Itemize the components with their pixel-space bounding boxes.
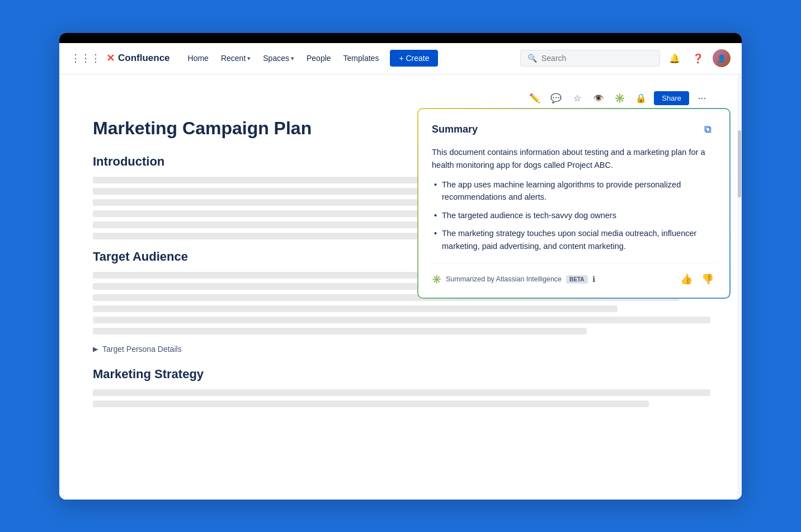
content-line (93, 401, 649, 407)
watch-icon[interactable]: 👁️ (590, 90, 607, 107)
search-input[interactable] (541, 54, 653, 63)
thumbs-up-button[interactable]: 👍 (678, 272, 695, 286)
nav-spaces[interactable]: Spaces ▾ (258, 50, 299, 66)
content-line (93, 389, 710, 396)
chevron-down-icon: ▾ (247, 55, 251, 62)
notifications-button[interactable]: 🔔 (666, 49, 684, 67)
top-bar (59, 33, 742, 43)
doc-toolbar: ✏️ 💬 ☆ 👁️ ✳️ 🔒 Share ··· (93, 90, 710, 107)
summary-footer-left: ✳️ Summarized by Atlassian Intelligence … (432, 275, 595, 284)
star-icon[interactable]: ☆ (569, 90, 586, 107)
grid-icon[interactable]: ⋮⋮⋮ (70, 52, 101, 64)
expand-row[interactable]: ▶ Target Persona Details (93, 345, 710, 354)
avatar[interactable]: 👤 (713, 49, 731, 67)
marketing-strategy-heading: Marketing Strategy (93, 367, 710, 382)
summary-popup-inner: Summary ⧉ This document contains informa… (418, 109, 729, 298)
scrollbar[interactable] (737, 74, 742, 500)
search-icon: 🔍 (527, 54, 537, 63)
edit-icon[interactable]: ✏️ (526, 90, 543, 107)
content-line (93, 305, 618, 312)
expand-chevron-icon: ▶ (93, 345, 98, 353)
comment-icon[interactable]: 💬 (548, 90, 564, 107)
chevron-down-icon: ▾ (291, 55, 294, 62)
summary-list: The app uses machine learning algorithms… (432, 178, 716, 252)
marketing-strategy-content (93, 389, 710, 407)
summary-footer-right: 👍 👎 (678, 272, 716, 286)
content-area: ✏️ 💬 ☆ 👁️ ✳️ 🔒 Share ··· Marketing Campa… (59, 74, 742, 500)
thumbs-down-button[interactable]: 👎 (699, 272, 716, 286)
content-line (93, 317, 710, 323)
nav-logo[interactable]: ✕ Confluence (106, 52, 170, 64)
summary-bullet-1: The app uses machine learning algorithms… (432, 178, 716, 204)
summary-body: This document contains information about… (432, 146, 716, 172)
create-button[interactable]: + Create (390, 50, 438, 67)
nav-people[interactable]: People (302, 50, 336, 66)
info-icon[interactable]: ℹ (592, 275, 595, 284)
summary-bullet-2: The targeted audience is tech-savvy dog … (432, 209, 716, 222)
confluence-x-icon: ✕ (106, 52, 115, 64)
browser-window: ⋮⋮⋮ ✕ Confluence Home Recent ▾ Spaces ▾ … (59, 33, 742, 500)
summary-header: Summary ⧉ (432, 121, 716, 138)
share-button[interactable]: Share (654, 91, 689, 105)
scrollbar-thumb (738, 130, 741, 197)
more-options-icon[interactable]: ··· (694, 90, 710, 107)
search-bar[interactable]: 🔍 (520, 50, 660, 67)
navbar: ⋮⋮⋮ ✕ Confluence Home Recent ▾ Spaces ▾ … (59, 43, 742, 74)
content-line (93, 328, 587, 335)
help-button[interactable]: ❓ (689, 49, 707, 67)
footer-label: Summarized by Atlassian Intelligence (446, 275, 562, 283)
nav-logo-text: Confluence (118, 53, 170, 64)
summary-bullet-3: The marketing strategy touches upon soci… (432, 227, 716, 252)
summary-footer: ✳️ Summarized by Atlassian Intelligence … (432, 263, 716, 286)
nav-recent[interactable]: Recent ▾ (216, 50, 255, 66)
nav-home[interactable]: Home (183, 50, 213, 66)
summary-popup: Summary ⧉ This document contains informa… (417, 108, 731, 299)
expand-label: Target Persona Details (102, 345, 182, 354)
copy-icon[interactable]: ⧉ (699, 121, 716, 138)
restrict-icon[interactable]: 🔒 (633, 90, 649, 107)
ai-icon[interactable]: ✳️ (611, 90, 628, 107)
summary-title: Summary (432, 124, 478, 135)
nav-templates[interactable]: Templates (339, 50, 384, 66)
ai-footer-icon: ✳️ (432, 275, 441, 284)
beta-badge: BETA (566, 275, 587, 284)
